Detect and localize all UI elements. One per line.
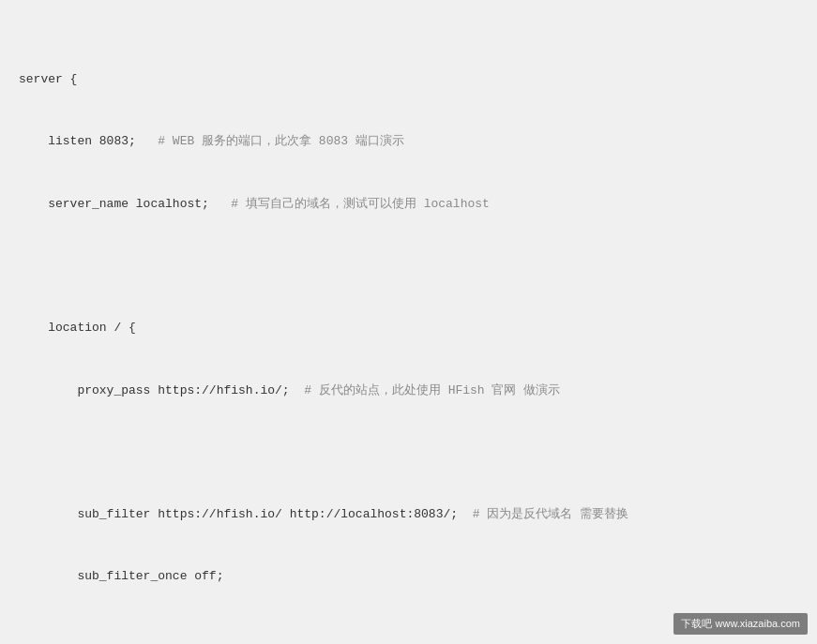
- code-line-9: sub_filter_once off;: [19, 566, 798, 587]
- code-line-7: [19, 442, 798, 463]
- comment-2: # WEB 服务的端口，此次拿 8083 端口演示: [158, 134, 404, 148]
- code-line-2: listen 8083; # WEB 服务的端口，此次拿 8083 端口演示: [19, 131, 798, 152]
- code-line-3: server_name localhost; # 填写自己的域名，测试可以使用 …: [19, 194, 798, 215]
- code-block: server { listen 8083; # WEB 服务的端口，此次拿 80…: [0, 19, 817, 644]
- comment-6: # 反代的站点，此处使用 HFish 官网 做演示: [304, 383, 560, 397]
- watermark-site: 下载吧 www.xiazaiba.com: [681, 618, 800, 629]
- code-line-4: [19, 256, 798, 277]
- code-line-8: sub_filter https://hfish.io/ http://loca…: [19, 504, 798, 525]
- comment-8: # 因为是反代域名 需要替换: [473, 507, 628, 521]
- code-line-6: proxy_pass https://hfish.io/; # 反代的站点，此处…: [19, 381, 798, 401]
- comment-3: # 填写自己的域名，测试可以使用 localhost: [231, 197, 490, 211]
- code-line-1: server {: [19, 69, 798, 90]
- code-line-5: location / {: [19, 318, 798, 338]
- watermark: 下载吧 www.xiazaiba.com: [673, 613, 808, 635]
